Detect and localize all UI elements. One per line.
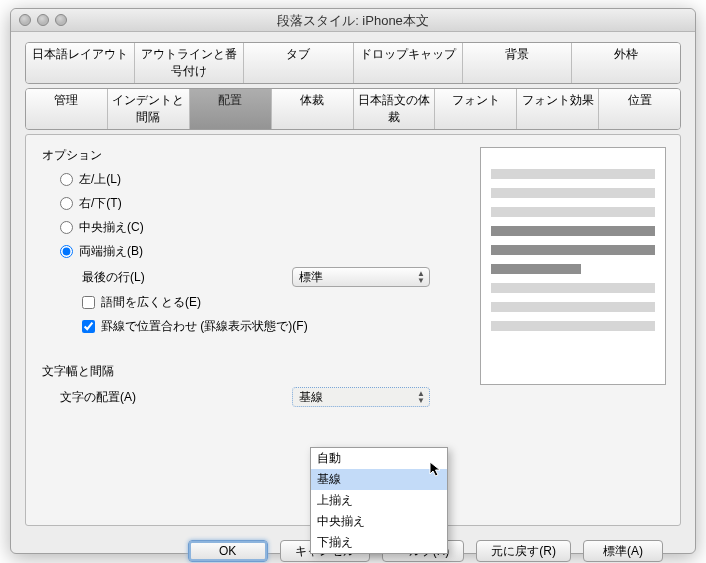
radio-justify-input[interactable]: [60, 245, 73, 258]
last-line-select[interactable]: 標準 ▲▼: [292, 267, 430, 287]
radio-left-top-input[interactable]: [60, 173, 73, 186]
preview-line-dark: [491, 226, 655, 236]
tab-フォント[interactable]: フォント: [435, 89, 517, 129]
preview-line: [491, 302, 655, 312]
alignment-preview: [480, 147, 666, 385]
preview-line: [491, 207, 655, 217]
tab-ドロップキャップ[interactable]: ドロップキャップ: [354, 43, 463, 83]
expand-word-label: 語間を広くとる(E): [101, 294, 201, 311]
tab-体裁[interactable]: 体裁: [272, 89, 354, 129]
minimize-icon[interactable]: [37, 14, 49, 26]
preview-line: [491, 188, 655, 198]
tab-外枠[interactable]: 外枠: [572, 43, 680, 83]
standard-button[interactable]: 標準(A): [583, 540, 663, 562]
radio-right-bottom-label: 右/下(T): [79, 195, 122, 212]
tab-管理[interactable]: 管理: [26, 89, 108, 129]
zoom-icon[interactable]: [55, 14, 67, 26]
tab-アウトラインと番号付け[interactable]: アウトラインと番号付け: [135, 43, 244, 83]
tab-row-top: 日本語レイアウトアウトラインと番号付けタブドロップキャップ背景外枠: [25, 42, 681, 84]
tab-日本語レイアウト[interactable]: 日本語レイアウト: [26, 43, 135, 83]
tab-背景[interactable]: 背景: [463, 43, 572, 83]
window-title: 段落スタイル: iPhone本文: [277, 13, 429, 28]
preview-line: [491, 283, 655, 293]
char-alignment-select[interactable]: 基線 ▲▼: [292, 387, 430, 407]
settings-panel: オプション 左/上(L) 右/下(T) 中央揃え(C) 両端揃え(B) 最後の行…: [25, 134, 681, 526]
radio-right-bottom-input[interactable]: [60, 197, 73, 210]
content-area: 日本語レイアウトアウトラインと番号付けタブドロップキャップ背景外枠 管理インデン…: [11, 32, 695, 562]
stepper-arrows-icon: ▲▼: [417, 270, 425, 284]
tab-フォント効果[interactable]: フォント効果: [517, 89, 599, 129]
char-alignment-value: 基線: [299, 389, 323, 406]
preview-line: [491, 321, 655, 331]
snap-grid-label: 罫線で位置合わせ (罫線表示状態で)(F): [101, 318, 308, 335]
tab-インデントと間隔[interactable]: インデントと間隔: [108, 89, 190, 129]
tab-位置[interactable]: 位置: [599, 89, 680, 129]
preview-line-dark: [491, 245, 655, 255]
dialog-window: 段落スタイル: iPhone本文 日本語レイアウトアウトラインと番号付けタブドロ…: [10, 8, 696, 554]
expand-word-checkbox[interactable]: [82, 296, 95, 309]
last-line-value: 標準: [299, 269, 323, 286]
close-icon[interactable]: [19, 14, 31, 26]
radio-center-input[interactable]: [60, 221, 73, 234]
radio-left-top-label: 左/上(L): [79, 171, 121, 188]
radio-center-label: 中央揃え(C): [79, 219, 144, 236]
dropdown-option[interactable]: 中央揃え: [311, 511, 447, 532]
tab-row-bottom: 管理インデントと間隔配置体裁日本語文の体裁フォントフォント効果位置: [25, 88, 681, 130]
last-line-label: 最後の行(L): [82, 269, 292, 286]
tab-日本語文の体裁[interactable]: 日本語文の体裁: [354, 89, 436, 129]
stepper-arrows-icon: ▲▼: [417, 390, 425, 404]
tab-タブ[interactable]: タブ: [244, 43, 353, 83]
snap-grid-checkbox[interactable]: [82, 320, 95, 333]
preview-line-dark-short: [491, 264, 581, 274]
radio-justify-label: 両端揃え(B): [79, 243, 143, 260]
char-alignment-label: 文字の配置(A): [60, 389, 292, 406]
dropdown-option[interactable]: 自動: [311, 448, 447, 469]
dropdown-option[interactable]: 基線: [311, 469, 447, 490]
reset-button[interactable]: 元に戻す(R): [476, 540, 571, 562]
char-alignment-dropdown[interactable]: 自動基線上揃え中央揃え下揃え: [310, 447, 448, 554]
titlebar: 段落スタイル: iPhone本文: [11, 9, 695, 32]
ok-button[interactable]: OK: [188, 540, 268, 562]
tab-配置[interactable]: 配置: [190, 89, 272, 129]
preview-line: [491, 169, 655, 179]
dropdown-option[interactable]: 上揃え: [311, 490, 447, 511]
cursor-icon: [429, 461, 443, 479]
char-alignment-row: 文字の配置(A) 基線 ▲▼: [42, 387, 664, 407]
dropdown-option[interactable]: 下揃え: [311, 532, 447, 553]
window-controls: [19, 14, 67, 26]
